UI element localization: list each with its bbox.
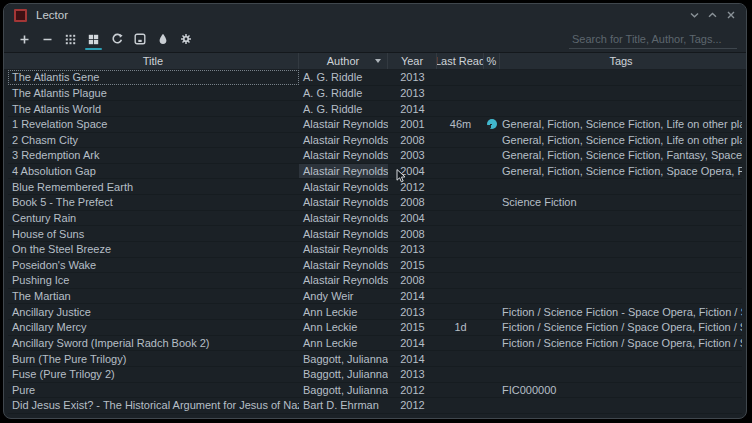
cell-title[interactable]: Pushing Ice <box>8 273 299 288</box>
cell-year[interactable]: 2012 <box>388 179 437 194</box>
cell-tags[interactable] <box>500 273 742 288</box>
cell-title[interactable]: Blue Remembered Earth <box>8 179 299 194</box>
table-row[interactable]: Blue Remembered Earth Alastair Reynolds … <box>8 179 742 195</box>
cell-progress[interactable] <box>484 351 500 366</box>
cell-author[interactable]: Ann Leckie <box>299 304 388 319</box>
cell-title[interactable]: On the Steel Breeze <box>8 242 299 257</box>
cell-tags[interactable] <box>500 258 742 273</box>
cell-tags[interactable]: General, Fiction, Science Fiction, Fanta… <box>500 148 742 163</box>
cell-tags[interactable] <box>500 367 742 382</box>
cell-tags[interactable] <box>500 86 742 101</box>
table-row[interactable]: Ancillary Sword (Imperial Radch Book 2) … <box>8 336 742 352</box>
cell-author[interactable]: Alastair Reynolds <box>299 195 388 210</box>
cell-progress[interactable] <box>484 195 500 210</box>
table-row[interactable]: Burn (The Pure Trilogy) Baggott, Juliann… <box>8 351 742 367</box>
cell-tags[interactable] <box>500 179 742 194</box>
cell-tags[interactable] <box>500 242 742 257</box>
cell-title[interactable]: 2 Chasm City <box>8 133 299 148</box>
cell-progress[interactable] <box>484 258 500 273</box>
cell-last-read[interactable] <box>437 242 484 257</box>
cell-last-read[interactable]: 1d <box>437 320 484 335</box>
cell-year[interactable]: 2004 <box>388 164 437 179</box>
cell-title[interactable]: 4 Absolution Gap <box>8 164 299 179</box>
cell-title[interactable]: The Atlantis World <box>8 101 299 116</box>
table-row[interactable]: Ancillary Justice Ann Leckie 2013 Fictio… <box>8 304 742 320</box>
cell-progress[interactable] <box>484 70 500 85</box>
cell-title[interactable]: Century Rain <box>8 211 299 226</box>
cell-last-read[interactable]: 46m <box>437 117 484 132</box>
cell-progress[interactable] <box>484 133 500 148</box>
sort-arrow-icon[interactable] <box>375 59 381 63</box>
cell-year[interactable]: 2014 <box>388 101 437 116</box>
cell-author[interactable]: Alastair Reynolds <box>299 179 388 194</box>
table-row[interactable]: The Atlantis Gene A. G. Riddle 2013 <box>8 70 742 86</box>
cell-title[interactable]: The Atlantis Gene <box>8 70 299 85</box>
cell-last-read[interactable] <box>437 179 484 194</box>
cell-progress[interactable] <box>484 101 500 116</box>
cell-last-read[interactable] <box>437 70 484 85</box>
cell-last-read[interactable] <box>437 148 484 163</box>
table-row[interactable]: The Atlantis World A. G. Riddle 2014 <box>8 101 742 117</box>
cell-author[interactable]: Alastair Reynolds <box>299 133 388 148</box>
cell-author[interactable]: A. G. Riddle <box>299 86 388 101</box>
cell-last-read[interactable] <box>437 289 484 304</box>
cell-tags[interactable]: FIC000000 <box>500 383 742 398</box>
table-row[interactable]: On the Steel Breeze Alastair Reynolds 20… <box>8 242 742 258</box>
cell-tags[interactable] <box>500 101 742 116</box>
cell-tags[interactable]: Fiction / Science Fiction / Space Opera,… <box>500 320 742 335</box>
cell-title[interactable]: Did Jesus Exist? - The Historical Argume… <box>8 398 299 413</box>
maximize-button[interactable] <box>707 10 718 20</box>
cell-tags[interactable] <box>500 351 742 366</box>
cell-year[interactable]: 2015 <box>388 320 437 335</box>
cell-progress[interactable] <box>484 211 500 226</box>
cell-progress[interactable] <box>484 383 500 398</box>
cell-author[interactable]: A. G. Riddle <box>299 101 388 116</box>
cell-year[interactable]: 2013 <box>388 242 437 257</box>
cell-title[interactable]: The Martian <box>8 289 299 304</box>
cell-title[interactable]: Ancillary Mercy <box>8 320 299 335</box>
cell-last-read[interactable] <box>437 211 484 226</box>
cell-tags[interactable]: Fiction / Science Fiction / Space Opera,… <box>500 336 742 351</box>
cell-last-read[interactable] <box>437 383 484 398</box>
cell-title[interactable]: 3 Redemption Ark <box>8 148 299 163</box>
cover-view-button[interactable] <box>59 27 82 51</box>
delete-book-button[interactable] <box>36 27 59 51</box>
cell-author[interactable]: Ann Leckie <box>299 336 388 351</box>
table-row[interactable]: Ancillary Mercy Ann Leckie 2015 1d Ficti… <box>8 320 742 336</box>
cell-author[interactable]: Alastair Reynolds <box>299 211 388 226</box>
cell-tags[interactable] <box>500 398 742 413</box>
cell-year[interactable]: 2013 <box>388 304 437 319</box>
cell-progress[interactable] <box>484 304 500 319</box>
cell-year[interactable]: 2008 <box>388 226 437 241</box>
cell-progress[interactable] <box>484 86 500 101</box>
cell-author[interactable]: Alastair Reynolds <box>299 148 388 163</box>
cell-author[interactable]: Alastair Reynolds <box>299 164 388 179</box>
column-header-tags[interactable]: Tags <box>500 53 742 69</box>
settings-button[interactable] <box>174 27 197 51</box>
minimize-button[interactable] <box>689 10 700 20</box>
refresh-button[interactable] <box>105 27 128 51</box>
cell-title[interactable]: Pure <box>8 383 299 398</box>
cell-title[interactable]: Ancillary Sword (Imperial Radch Book 2) <box>8 336 299 351</box>
table-view-button[interactable] <box>82 27 105 51</box>
cell-last-read[interactable] <box>437 336 484 351</box>
cell-progress[interactable] <box>484 242 500 257</box>
cell-last-read[interactable] <box>437 86 484 101</box>
table-row[interactable]: Did Jesus Exist? - The Historical Argume… <box>8 398 742 414</box>
cell-year[interactable]: 2014 <box>388 351 437 366</box>
table-row[interactable]: Book 5 - The Prefect Alastair Reynolds 2… <box>8 195 742 211</box>
cell-author[interactable]: Baggott, Julianna <box>299 383 388 398</box>
cell-year[interactable]: 2012 <box>388 383 437 398</box>
cell-title[interactable]: 1 Revelation Space <box>8 117 299 132</box>
cell-progress[interactable] <box>484 117 500 132</box>
column-header-author[interactable]: Author <box>299 53 388 69</box>
table-row[interactable]: 1 Revelation Space Alastair Reynolds 200… <box>8 117 742 133</box>
cell-last-read[interactable] <box>437 101 484 116</box>
table-row[interactable]: Pushing Ice Alastair Reynolds 2008 <box>8 273 742 289</box>
cell-progress[interactable] <box>484 179 500 194</box>
cell-progress[interactable] <box>484 148 500 163</box>
table-row[interactable]: 2 Chasm City Alastair Reynolds 2008 Gene… <box>8 133 742 149</box>
column-header-year[interactable]: Year <box>388 53 437 69</box>
cell-last-read[interactable] <box>437 273 484 288</box>
cell-progress[interactable] <box>484 320 500 335</box>
